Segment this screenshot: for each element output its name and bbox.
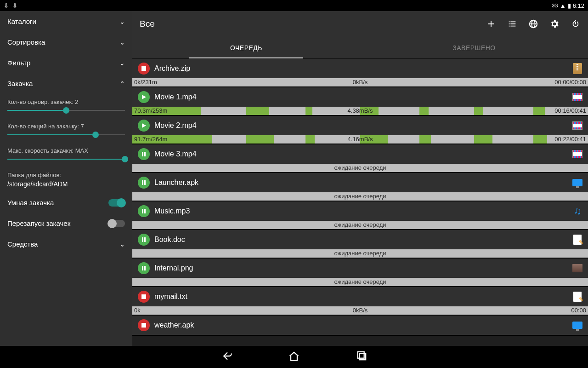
download-list[interactable]: Archive.zip 0k/231m0kB/s00:00/00:00 Movi…: [132, 59, 588, 346]
status-bar: ⇩ ⇩ 3G ▲ ▮ 6:12: [0, 0, 588, 11]
svg-rect-11: [141, 294, 146, 299]
switch-off-icon[interactable]: [108, 220, 125, 227]
sidebar: Каталоги ⌄ Сортировка ⌄ Фильтр ⌄ Закачка…: [0, 11, 132, 346]
speed-text: 4.16mB/s: [348, 136, 373, 143]
progress-bar: 0k0kB/s00:00: [132, 306, 588, 315]
android-navbar: [0, 346, 588, 368]
file-name: Book.doc: [154, 236, 568, 244]
file-type-icon: [572, 235, 582, 245]
file-name: Archive.zip: [154, 64, 568, 73]
pause-button[interactable]: [138, 205, 150, 217]
pause-button[interactable]: [138, 177, 150, 189]
svg-rect-1: [142, 152, 143, 156]
stop-button[interactable]: [138, 291, 150, 303]
toggle-label: Перезапуск закачек: [7, 219, 70, 227]
download-item[interactable]: Archive.zip 0k/231m0kB/s00:00/00:00: [132, 59, 588, 87]
file-name: weather.apk: [154, 321, 568, 329]
download-item[interactable]: Book.doc ожидание очереди: [132, 230, 588, 259]
pause-button[interactable]: [138, 234, 150, 246]
tab-done[interactable]: ЗАВЕРШЕНО: [360, 37, 588, 58]
download-item[interactable]: Movie 2.mp4 91.7m/264m4.16mB/s00:22/00:4…: [132, 116, 588, 144]
network-label: 3G: [552, 3, 558, 8]
file-name: Movie 3.mp4: [154, 150, 568, 158]
sidebar-item-catalogs[interactable]: Каталоги ⌄: [0, 11, 132, 32]
size-text: 91.7m/264m: [134, 136, 167, 143]
toggle-smart-download[interactable]: Умная закачка: [0, 192, 132, 213]
svg-rect-12: [141, 323, 146, 328]
globe-button[interactable]: [528, 19, 538, 29]
slider-simultaneous[interactable]: Кол-во одновр. закачек: 2: [0, 94, 132, 118]
svg-rect-9: [142, 266, 143, 270]
progress-bar: ожидание очереди: [132, 249, 588, 258]
toggle-restart-downloads[interactable]: Перезапуск закачек: [0, 213, 132, 234]
list-button[interactable]: [507, 19, 517, 29]
progress-bar: 70.3m/253m4.38mB/s00:16/00:41: [132, 107, 588, 115]
download-indicator-icon: ⇩: [4, 2, 9, 9]
sidebar-item-label: Средства: [7, 240, 38, 248]
stop-button[interactable]: [138, 63, 150, 75]
main-panel: Все ОЧЕРЕДЬ ЗАВЕРШЕНО Archive.zip 0k/231…: [132, 11, 588, 346]
size-text: 0k/231m: [134, 79, 157, 86]
slider-sections[interactable]: Кол-во секций на закачку: 7: [0, 118, 132, 143]
progress-bar: ожидание очереди: [132, 192, 588, 201]
page-title: Все: [140, 19, 155, 29]
download-item[interactable]: Movie 1.mp4 70.3m/253m4.38mB/s00:16/00:4…: [132, 87, 588, 116]
home-button[interactable]: [288, 350, 300, 364]
toggle-label: Умная закачка: [7, 199, 54, 207]
svg-rect-8: [144, 237, 146, 242]
sidebar-item-tools[interactable]: Средства ⌄: [0, 234, 132, 254]
slider-label: Макс. скорость закачки: MAX: [7, 147, 125, 154]
time-text: 00:00: [571, 307, 586, 314]
folder-label: Папка для файлов:: [7, 172, 125, 178]
stop-button[interactable]: [138, 319, 150, 331]
download-indicator-icon: ⇩: [12, 2, 17, 9]
chevron-down-icon: ⌄: [119, 59, 125, 67]
file-type-icon: ♫: [572, 206, 582, 216]
download-item[interactable]: Internal.png ожидание очереди: [132, 259, 588, 287]
status-text: ожидание очереди: [334, 278, 386, 285]
file-type-icon: [572, 92, 582, 102]
recent-button[interactable]: [356, 350, 368, 364]
svg-rect-6: [144, 209, 146, 213]
slider-maxspeed[interactable]: Макс. скорость закачки: MAX: [0, 143, 132, 167]
download-item[interactable]: weather.apk: [132, 316, 588, 336]
sidebar-item-sorting[interactable]: Сортировка ⌄: [0, 32, 132, 52]
sidebar-item-download[interactable]: Закачка ⌃: [0, 73, 132, 94]
tab-queue[interactable]: ОЧЕРЕДЬ: [132, 37, 360, 58]
download-item[interactable]: Movie 3.mp4 ожидание очереди: [132, 144, 588, 173]
progress-bar: 91.7m/264m4.16mB/s00:22/00:41: [132, 135, 588, 144]
file-name: Music.mp3: [154, 207, 568, 215]
download-item[interactable]: Launcher.apk ожидание очереди: [132, 173, 588, 201]
slider-label: Кол-во секций на закачку: 7: [7, 123, 125, 130]
file-type-icon: [572, 121, 582, 131]
pause-button[interactable]: [138, 148, 150, 160]
speed-text: 0kB/s: [353, 79, 368, 86]
file-type-icon: [572, 292, 582, 302]
settings-button[interactable]: [549, 19, 560, 29]
file-type-icon: [572, 320, 582, 330]
file-type-icon: [572, 178, 582, 188]
folder-setting[interactable]: Папка для файлов: /storage/sdcard/ADM: [0, 167, 132, 192]
chevron-down-icon: ⌄: [119, 18, 125, 25]
file-name: Movie 2.mp4: [154, 121, 568, 130]
svg-rect-4: [144, 180, 146, 185]
play-button[interactable]: [138, 91, 150, 103]
tabs: ОЧЕРЕДЬ ЗАВЕРШЕНО: [132, 37, 588, 59]
back-button[interactable]: [220, 350, 232, 364]
svg-rect-14: [358, 352, 364, 358]
download-item[interactable]: mymail.txt 0k0kB/s00:00: [132, 287, 588, 316]
status-text: ожидание очереди: [334, 164, 386, 171]
time-text: 00:16/00:41: [554, 107, 586, 114]
sidebar-item-label: Закачка: [7, 80, 33, 87]
status-text: ожидание очереди: [334, 250, 386, 257]
play-button[interactable]: [138, 120, 150, 132]
switch-on-icon[interactable]: [108, 199, 125, 207]
time-text: 00:22/00:41: [554, 136, 586, 143]
sidebar-item-filter[interactable]: Фильтр ⌄: [0, 52, 132, 73]
slider-label: Кол-во одновр. закачек: 2: [7, 98, 125, 105]
pause-button[interactable]: [138, 262, 150, 274]
sidebar-item-label: Фильтр: [7, 59, 30, 67]
power-button[interactable]: [571, 19, 581, 29]
add-button[interactable]: [486, 19, 496, 29]
download-item[interactable]: Music.mp3 ♫ ожидание очереди: [132, 201, 588, 230]
